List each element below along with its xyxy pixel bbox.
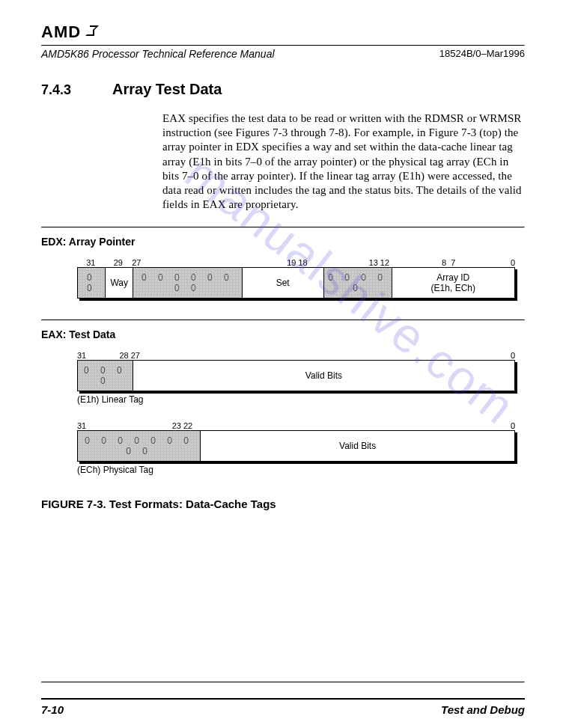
- eax-linear-box: 0 0 0 0 Valid Bits: [77, 360, 515, 391]
- amd-logo: AMD: [41, 22, 525, 42]
- lower-divider: [41, 682, 525, 683]
- eax-linear-bits: 31 28 27 0: [77, 351, 515, 360]
- edx-way-field: Way: [105, 268, 132, 298]
- edx-arrayid-field: Array ID (E1h, ECh): [392, 268, 514, 298]
- logo-arrow-icon: [84, 22, 100, 42]
- edx-reserved-27-19: 0 0 0 0 0 0 0 0: [133, 268, 242, 298]
- doc-id: 18524B/0–Mar1996: [439, 48, 525, 60]
- edx-bit-labels: 31 29 27 19 18 13 12 8 7 0: [77, 258, 515, 267]
- edx-box: 0 0 Way 0 0 0 0 0 0 0 0 Set 0 0 0 0 0 Ar…: [77, 267, 515, 299]
- edx-set-field: Set: [242, 268, 323, 298]
- eax-physical-sublabel: (ECh) Physical Tag: [77, 465, 519, 475]
- eax-physical-bits: 31 23 22 0: [77, 421, 515, 430]
- section-number: 7.4.3: [41, 82, 112, 98]
- divider: [41, 227, 525, 228]
- eax-physical-box: 0 0 0 0 0 0 0 0 0 Valid Bits: [77, 430, 515, 462]
- eax-label: EAX: Test Data: [41, 328, 525, 340]
- eax-linear-validbits: Valid Bits: [133, 361, 514, 391]
- footer-line: 7-10 Test and Debug: [41, 703, 525, 716]
- eax-physical-reserved: 0 0 0 0 0 0 0 0 0: [78, 431, 200, 461]
- section-title: Array Test Data: [112, 81, 222, 98]
- header-line: AMD5K86 Processor Technical Reference Ma…: [41, 48, 525, 60]
- eax-physical-validbits: Valid Bits: [200, 431, 514, 461]
- page-number: 7-10: [41, 703, 64, 716]
- section-heading: 7.4.3 Array Test Data: [41, 81, 525, 98]
- edx-reserved-31-30: 0 0: [78, 268, 105, 298]
- eax-linear-diagram: 31 28 27 0 0 0 0 0 Valid Bits (E1h) Line…: [47, 351, 519, 405]
- manual-title: AMD5K86 Processor Technical Reference Ma…: [41, 48, 275, 60]
- edx-reserved-12-8: 0 0 0 0 0: [323, 268, 392, 298]
- edx-label: EDX: Array Pointer: [41, 236, 525, 248]
- body-paragraph: EAX specifies the test data to be read o…: [162, 111, 525, 212]
- figure-caption: FIGURE 7-3. Test Formats: Data-Cache Tag…: [41, 498, 525, 510]
- logo-text: AMD: [41, 22, 81, 42]
- edx-register-diagram: 31 29 27 19 18 13 12 8 7 0 0 0 Way 0 0 0…: [47, 258, 519, 299]
- footer-rule: [41, 698, 525, 700]
- chapter-name: Test and Debug: [441, 703, 525, 716]
- divider: [41, 319, 525, 321]
- eax-physical-diagram: 31 23 22 0 0 0 0 0 0 0 0 0 0 Valid Bits …: [47, 421, 519, 475]
- eax-linear-sublabel: (E1h) Linear Tag: [77, 394, 519, 405]
- eax-linear-reserved: 0 0 0 0: [78, 361, 133, 391]
- header-rule: [41, 45, 525, 46]
